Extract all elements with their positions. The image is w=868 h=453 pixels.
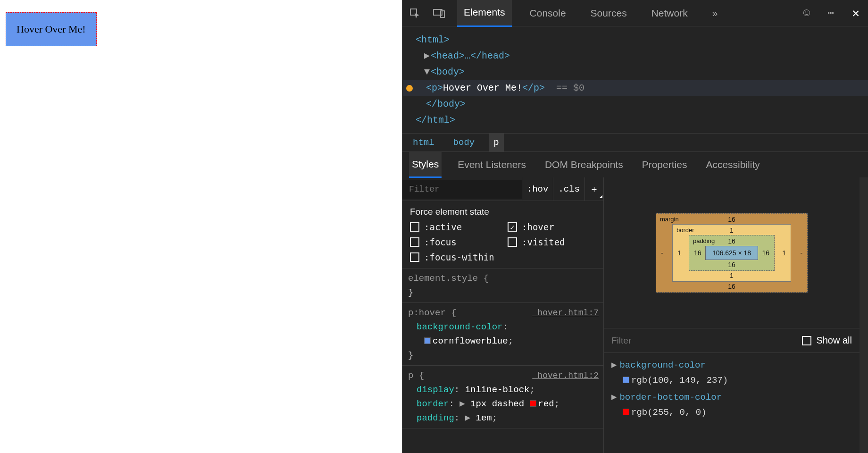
- state-active[interactable]: :active: [410, 222, 498, 232]
- color-swatch-icon[interactable]: [530, 400, 536, 407]
- computed-row[interactable]: ▶border-bottom-color rgb(255, 0, 0): [609, 389, 855, 421]
- rule-selector: p {: [408, 370, 424, 381]
- box-padding-b: 16: [728, 261, 735, 268]
- scrollbar[interactable]: [860, 177, 868, 453]
- crumb-html[interactable]: html: [408, 134, 439, 151]
- rule-source-link[interactable]: _hover.html:2: [533, 369, 599, 383]
- devtools-toolbar: Elements Console Sources Network » ☺ ⋯ ✕: [402, 0, 868, 26]
- dom-selected-row[interactable]: <p>Hover Over Me!</p> == $0: [403, 80, 868, 96]
- computed-val: rgb(255, 0, 0): [631, 407, 707, 418]
- show-all-toggle[interactable]: Show all: [802, 335, 852, 346]
- dom-body-close[interactable]: </body>: [426, 99, 466, 109]
- styles-lower: :hov .cls ＋◢ Force element state :active…: [402, 177, 868, 453]
- box-border[interactable]: border 1 1 1 1 padding 16 16 16 16: [672, 224, 791, 282]
- computed-prop: background-color: [619, 360, 705, 370]
- close-icon[interactable]: ✕: [849, 7, 862, 20]
- show-all-label: Show all: [816, 335, 852, 346]
- tab-event-listeners[interactable]: Event Listeners: [455, 152, 529, 177]
- tab-properties[interactable]: Properties: [639, 152, 690, 177]
- box-padding-t: 16: [728, 237, 735, 245]
- state-focus-label: :focus: [424, 237, 457, 247]
- dom-p-text: Hover Over Me!: [443, 83, 522, 93]
- tab-elements[interactable]: Elements: [457, 0, 512, 27]
- css-prop: padding: [417, 413, 454, 423]
- color-swatch-icon[interactable]: [424, 337, 431, 344]
- force-state-title: Force element state: [410, 207, 596, 217]
- box-margin-l: -: [661, 249, 663, 257]
- computed-filter-input[interactable]: [611, 336, 802, 346]
- crumb-body[interactable]: body: [449, 134, 480, 151]
- box-border-r: 1: [782, 249, 786, 257]
- state-focus[interactable]: :focus: [410, 237, 498, 247]
- rendered-page: Hover Over Me!: [0, 0, 402, 453]
- box-margin[interactable]: margin 16 16 - - border 1 1 1 1 paddin: [656, 213, 808, 293]
- css-prop: display: [417, 385, 454, 395]
- css-val: inline-block: [465, 385, 530, 395]
- rule-selector: p:hover {: [408, 308, 457, 318]
- styles-filter-input[interactable]: [402, 180, 522, 199]
- dom-html-close[interactable]: </html>: [416, 115, 455, 126]
- tab-styles[interactable]: Styles: [409, 152, 442, 178]
- css-prop: background-color: [417, 322, 502, 332]
- box-padding[interactable]: padding 16 16 16 16 106.625 × 18: [689, 235, 775, 271]
- box-padding-l: 16: [694, 249, 701, 257]
- rule-p[interactable]: _hover.html:2 p { display: inline-block;…: [402, 366, 603, 428]
- rule-element-style[interactable]: element.style { }: [402, 268, 603, 303]
- rule-source-link[interactable]: _hover.html:7: [533, 306, 599, 320]
- computed-column: margin 16 16 - - border 1 1 1 1 paddin: [604, 177, 860, 453]
- state-visited[interactable]: :visited: [508, 237, 596, 247]
- tab-sources[interactable]: Sources: [584, 0, 634, 26]
- state-focus-within-label: :focus-within: [424, 252, 494, 262]
- box-model[interactable]: margin 16 16 - - border 1 1 1 1 paddin: [604, 177, 860, 328]
- tab-accessibility[interactable]: Accessibility: [703, 152, 762, 177]
- device-toggle-icon[interactable]: [433, 7, 446, 20]
- box-padding-r: 16: [762, 249, 769, 257]
- tabs-overflow-icon[interactable]: »: [706, 0, 725, 26]
- state-focus-within[interactable]: :focus-within: [410, 252, 498, 262]
- dom-html-open[interactable]: <html>: [416, 34, 450, 45]
- css-val: red: [538, 399, 554, 409]
- force-state-indicator-icon: [406, 85, 413, 92]
- dom-p-open: <p>: [426, 83, 443, 93]
- dom-head[interactable]: <head>…</head>: [431, 50, 510, 61]
- state-hover[interactable]: :hover: [508, 222, 596, 232]
- box-border-t: 1: [730, 226, 734, 234]
- crumb-p[interactable]: p: [489, 134, 503, 151]
- hov-toggle[interactable]: :hov: [522, 177, 553, 201]
- styles-column: :hov .cls ＋◢ Force element state :active…: [402, 177, 604, 453]
- state-visited-label: :visited: [522, 237, 565, 247]
- cls-toggle[interactable]: .cls: [553, 177, 584, 201]
- rule-close: }: [408, 287, 413, 298]
- state-active-label: :active: [424, 222, 462, 232]
- box-border-b: 1: [730, 272, 734, 279]
- dom-body-open[interactable]: <body>: [431, 67, 465, 77]
- color-swatch-icon: [623, 377, 629, 383]
- new-style-rule-icon[interactable]: ＋◢: [584, 177, 603, 201]
- computed-val: rgb(100, 149, 237): [631, 375, 728, 386]
- rule-p-hover[interactable]: _hover.html:7 p:hover { background-color…: [402, 303, 603, 366]
- css-prop: border: [417, 399, 449, 409]
- state-hover-label: :hover: [522, 222, 554, 232]
- hover-paragraph[interactable]: Hover Over Me!: [6, 12, 97, 46]
- dom-tree[interactable]: <html> ▶<head>…</head> ▼<body> <p>Hover …: [402, 26, 868, 133]
- computed-prop: border-bottom-color: [619, 392, 722, 403]
- tab-dom-breakpoints[interactable]: DOM Breakpoints: [542, 152, 626, 177]
- tab-console[interactable]: Console: [523, 0, 573, 26]
- inspect-icon[interactable]: [408, 7, 421, 20]
- css-val: cornflowerblue: [433, 336, 508, 346]
- dom-eq0: == $0: [556, 83, 584, 93]
- computed-row[interactable]: ▶background-color rgb(100, 149, 237): [609, 357, 855, 389]
- box-margin-b: 16: [728, 283, 735, 290]
- computed-list: ▶background-color rgb(100, 149, 237) ▶bo…: [604, 353, 860, 453]
- styles-tabbar: Styles Event Listeners DOM Breakpoints P…: [402, 152, 868, 177]
- box-border-label: border: [676, 226, 694, 234]
- kebab-icon[interactable]: ⋯: [825, 7, 838, 20]
- box-content[interactable]: 106.625 × 18: [705, 246, 758, 260]
- svg-rect-2: [441, 11, 444, 17]
- smiley-icon[interactable]: ☺: [800, 7, 813, 20]
- box-margin-label: margin: [660, 216, 679, 223]
- tab-network[interactable]: Network: [645, 0, 694, 26]
- breadcrumb: html body p: [402, 133, 868, 152]
- box-padding-label: padding: [693, 237, 715, 244]
- computed-filterbar: Show all: [604, 328, 860, 353]
